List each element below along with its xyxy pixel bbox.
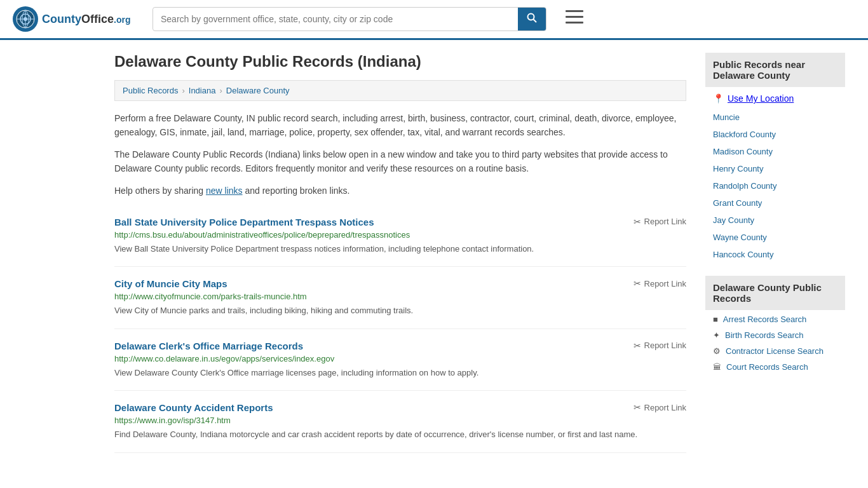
site-header: CountyOffice.org <box>0 0 868 40</box>
svg-rect-8 <box>566 10 583 12</box>
report-link-icon-2: ✂ <box>634 341 641 351</box>
report-link-label-3: Report Link <box>644 403 686 412</box>
nearby-grant-link[interactable]: Grant County <box>713 198 762 208</box>
record-url-1: http://www.cityofmuncie.com/parks-trails… <box>114 292 686 301</box>
page-title: Delaware County Public Records (Indiana) <box>114 53 686 71</box>
report-link-0[interactable]: ✂ Report Link <box>634 217 686 227</box>
record-title-1[interactable]: City of Muncie City Maps <box>114 278 227 289</box>
sidebar-pr-birth: ✦ Birth Records Search <box>705 327 845 343</box>
sidebar-pr-title: Delaware County Public Records <box>705 276 845 310</box>
description-3-pre: Help others by sharing <box>114 186 206 196</box>
page-container: Delaware County Public Records (Indiana)… <box>0 40 868 466</box>
birth-icon: ✦ <box>713 330 720 340</box>
record-header-1: City of Muncie City Maps ✂ Report Link <box>114 278 686 289</box>
report-link-icon-0: ✂ <box>634 217 641 227</box>
birth-records-link[interactable]: Birth Records Search <box>725 330 804 340</box>
report-link-label-2: Report Link <box>644 341 686 350</box>
description-3-post: and reporting broken links. <box>243 186 350 196</box>
contractor-icon: ⚙ <box>713 346 721 356</box>
nearby-madison-link[interactable]: Madison County <box>713 147 773 156</box>
sidebar-nearby-hancock: Hancock County <box>705 246 845 263</box>
nearby-blackford-link[interactable]: Blackford County <box>713 130 776 139</box>
sidebar-pr-section: Delaware County Public Records ■ Arrest … <box>705 276 845 375</box>
nearby-hancock-link[interactable]: Hancock County <box>713 250 773 259</box>
logo-text: CountyOffice.org <box>42 13 130 26</box>
use-my-location-link[interactable]: Use My Location <box>728 93 794 104</box>
record-item-0: Ball State University Police Department … <box>114 205 686 268</box>
sidebar-nearby-muncie: Muncie <box>705 109 845 126</box>
logo-office: Office <box>81 13 114 25</box>
nearby-henry-link[interactable]: Henry County <box>713 164 763 173</box>
report-link-3[interactable]: ✂ Report Link <box>634 402 686 412</box>
breadcrumb-delaware-county[interactable]: Delaware County <box>226 86 290 95</box>
court-icon: 🏛 <box>713 362 721 372</box>
location-pin-icon: 📍 <box>713 93 724 104</box>
sidebar-nearby-blackford: Blackford County <box>705 126 845 143</box>
record-desc-0: View Ball State University Police Depart… <box>114 243 686 255</box>
sidebar: Public Records near Delaware County 📍 Us… <box>705 53 845 453</box>
breadcrumb: Public Records › Indiana › Delaware Coun… <box>114 80 686 101</box>
arrest-records-link[interactable]: Arrest Records Search <box>723 315 807 324</box>
svg-rect-10 <box>566 22 583 24</box>
sidebar-nearby-grant: Grant County <box>705 194 845 212</box>
sidebar-pr-court: 🏛 Court Records Search <box>705 359 845 375</box>
new-links-link[interactable]: new links <box>206 186 243 196</box>
sidebar-pr-arrest: ■ Arrest Records Search <box>705 311 845 327</box>
description-2: The Delaware County Public Records (Indi… <box>114 147 686 176</box>
search-button[interactable] <box>518 8 546 30</box>
record-url-2: http://www.co.delaware.in.us/egov/apps/s… <box>114 354 686 363</box>
record-header-2: Delaware Clerk's Office Marriage Records… <box>114 341 686 351</box>
logo-area: CountyOffice.org <box>13 6 140 32</box>
record-desc-2: View Delaware County Clerk's Office marr… <box>114 367 686 379</box>
description-3: Help others by sharing new links and rep… <box>114 184 686 198</box>
nearby-jay-link[interactable]: Jay County <box>713 215 754 225</box>
record-item-2: Delaware Clerk's Office Marriage Records… <box>114 329 686 391</box>
sidebar-nearby-madison: Madison County <box>705 143 845 160</box>
logo-county: County <box>42 13 81 25</box>
breadcrumb-public-records[interactable]: Public Records <box>123 86 178 95</box>
breadcrumb-sep-2: › <box>219 86 222 95</box>
arrest-icon: ■ <box>713 315 718 324</box>
description-1: Perform a free Delaware County, IN publi… <box>114 111 686 140</box>
menu-icon[interactable] <box>566 10 583 28</box>
records-list: Ball State University Police Department … <box>114 205 686 453</box>
sidebar-nearby-jay: Jay County <box>705 212 845 229</box>
svg-point-5 <box>24 17 27 21</box>
record-title-2[interactable]: Delaware Clerk's Office Marriage Records <box>114 341 303 351</box>
nearby-wayne-link[interactable]: Wayne County <box>713 233 767 242</box>
nearby-muncie-link[interactable]: Muncie <box>713 112 740 122</box>
sidebar-nearby-wayne: Wayne County <box>705 229 845 246</box>
report-link-icon-3: ✂ <box>634 402 641 412</box>
search-bar <box>153 7 546 31</box>
breadcrumb-sep-1: › <box>182 86 184 95</box>
record-title-0[interactable]: Ball State University Police Department … <box>114 217 374 227</box>
court-records-link[interactable]: Court Records Search <box>726 362 808 372</box>
logo-domain: .org <box>114 15 130 25</box>
sidebar-pr-contractor: ⚙ Contractor License Search <box>705 343 845 359</box>
svg-point-6 <box>528 14 534 20</box>
report-link-1[interactable]: ✂ Report Link <box>634 278 686 288</box>
breadcrumb-indiana[interactable]: Indiana <box>189 86 216 95</box>
use-my-location[interactable]: 📍 Use My Location <box>705 88 845 109</box>
record-desc-1: View City of Muncie parks and trails, in… <box>114 304 686 317</box>
report-link-label-1: Report Link <box>644 279 686 288</box>
record-title-3[interactable]: Delaware County Accident Reports <box>114 402 273 413</box>
search-input[interactable] <box>153 9 518 29</box>
record-url-0: http://cms.bsu.edu/about/administrativeo… <box>114 230 686 240</box>
record-header-3: Delaware County Accident Reports ✂ Repor… <box>114 402 686 413</box>
sidebar-nearby-section: Public Records near Delaware County 📍 Us… <box>705 53 845 263</box>
nearby-randolph-link[interactable]: Randolph County <box>713 181 776 191</box>
contractor-license-link[interactable]: Contractor License Search <box>726 346 824 356</box>
main-content: Delaware County Public Records (Indiana)… <box>114 53 686 453</box>
record-desc-3: Find Delaware County, Indiana motorcycle… <box>114 428 686 441</box>
record-url-3: https://www.in.gov/isp/3147.htm <box>114 416 686 425</box>
report-link-2[interactable]: ✂ Report Link <box>634 341 686 351</box>
sidebar-nearby-henry: Henry County <box>705 160 845 177</box>
logo-icon <box>13 6 38 32</box>
report-link-icon-1: ✂ <box>634 278 641 288</box>
svg-line-7 <box>534 20 537 23</box>
sidebar-nearby-randolph: Randolph County <box>705 177 845 194</box>
record-item-1: City of Muncie City Maps ✂ Report Link h… <box>114 267 686 329</box>
record-header-0: Ball State University Police Department … <box>114 217 686 227</box>
report-link-label-0: Report Link <box>644 217 686 226</box>
